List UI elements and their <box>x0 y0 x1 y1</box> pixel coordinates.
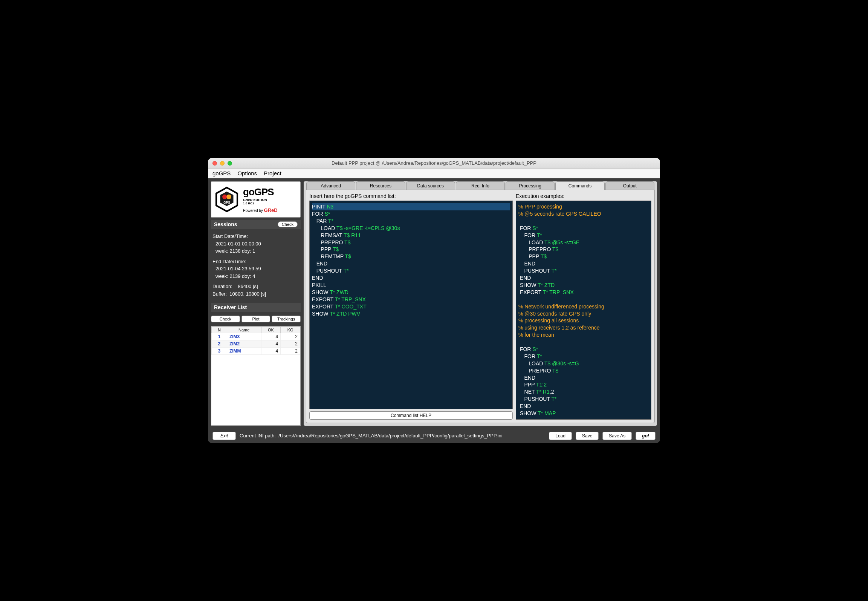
end-date-value: 2021-01-04 23:59:59 <box>212 265 299 273</box>
sessions-header: Sessions Check <box>211 220 301 229</box>
receiver-buttons: Check Plot Trackings <box>211 314 301 324</box>
menu-options[interactable]: Options <box>237 170 257 176</box>
menu-gogps[interactable]: goGPS <box>212 170 231 176</box>
left-sidebar: GPS goGPS GReD EDITION 1.0 RC1 Powered b… <box>211 181 301 426</box>
table-row[interactable]: 1ZIM342 <box>212 333 300 340</box>
close-icon[interactable] <box>212 161 217 166</box>
logo-powered: Powered by GReD <box>243 207 278 213</box>
execution-examples-viewer[interactable]: % PPP processing % @5 seconds rate GPS G… <box>516 201 651 420</box>
tab-output[interactable]: Output <box>605 181 654 190</box>
tab-advanced[interactable]: Advanced <box>306 181 355 190</box>
logo-text: goGPS GReD EDITION 1.0 RC1 Powered by GR… <box>243 186 278 213</box>
tab-resources[interactable]: Resources <box>356 181 405 190</box>
logo-title: goGPS <box>243 186 278 198</box>
maximize-icon[interactable] <box>228 161 232 166</box>
command-list-column: Insert here the goGPS command list: PINI… <box>309 193 513 420</box>
receiver-trackings-button[interactable]: Trackings <box>272 316 301 322</box>
col-ok: OK <box>261 327 281 333</box>
table-row[interactable]: 3ZIMM42 <box>212 348 300 355</box>
sessions-body: Start Date/Time: 2021-01-01 00:00:00 wee… <box>211 231 301 300</box>
app-window: Default PPP project @ /Users/Andrea/Repo… <box>208 158 660 443</box>
col-name: Name <box>227 327 261 333</box>
start-week-value: week: 2138 doy: 1 <box>212 247 299 255</box>
svg-text:GPS: GPS <box>223 201 230 204</box>
logo-version: 1.0 RC1 <box>243 202 278 205</box>
receiver-header: Receiver List <box>211 303 301 312</box>
window-title: Default PPP project @ /Users/Andrea/Repo… <box>208 160 660 166</box>
receiver-check-button[interactable]: Check <box>211 316 240 322</box>
sessions-heading: Sessions <box>214 221 237 227</box>
table-row[interactable]: 2ZIM242 <box>212 340 300 348</box>
start-date-label: Start Date/Time: <box>212 233 299 240</box>
start-date-value: 2021-01-01 00:00:00 <box>212 240 299 248</box>
svg-point-3 <box>226 195 231 199</box>
col-n: N <box>212 327 227 333</box>
logo-subtitle: GReD EDITION <box>243 198 278 202</box>
tab-processing[interactable]: Processing <box>506 181 555 190</box>
footer: Exit Current INI path: /Users/Andrea/Rep… <box>208 429 660 443</box>
insert-command-label: Insert here the goGPS command list: <box>309 193 513 199</box>
command-list-editor[interactable]: PINIT N3FOR S* PAR T* LOAD T$ -s=GRE -t=… <box>309 201 513 409</box>
logo-panel: GPS goGPS GReD EDITION 1.0 RC1 Powered b… <box>211 181 301 218</box>
command-list-help-button[interactable]: Command list HELP <box>309 411 513 420</box>
svg-point-2 <box>222 195 227 199</box>
tabs: AdvancedResourcesData sourcesRec. InfoPr… <box>304 181 657 190</box>
window-controls <box>212 161 232 166</box>
tab-commands[interactable]: Commands <box>555 181 604 190</box>
end-week-value: week: 2139 doy: 4 <box>212 273 299 280</box>
go-button[interactable]: go! <box>636 432 656 440</box>
ini-path: Current INI path: /Users/Andrea/Reposito… <box>240 433 545 438</box>
tab-body-commands: Insert here the goGPS command list: PINI… <box>306 190 655 423</box>
tab-data-sources[interactable]: Data sources <box>406 181 455 190</box>
receiver-table[interactable]: N Name OK KO 1ZIM3422ZIM2423ZIMM42 <box>211 326 301 426</box>
receiver-plot-button[interactable]: Plot <box>241 316 270 322</box>
col-ko: KO <box>281 327 300 333</box>
load-button[interactable]: Load <box>549 432 572 440</box>
logo-icon: GPS <box>214 186 240 213</box>
end-date-label: End Date/Time: <box>212 258 299 265</box>
receiver-heading: Receiver List <box>214 304 247 310</box>
execution-examples-label: Execution examples: <box>516 193 651 199</box>
buffer-row: Buffer: 10800, 10800 [s] <box>212 290 299 298</box>
titlebar: Default PPP project @ /Users/Andrea/Repo… <box>208 158 660 169</box>
minimize-icon[interactable] <box>220 161 225 166</box>
content: GPS goGPS GReD EDITION 1.0 RC1 Powered b… <box>208 178 660 429</box>
menu-project[interactable]: Project <box>264 170 281 176</box>
execution-examples-column: Execution examples: % PPP processing % @… <box>516 193 651 420</box>
duration-row: Duration: 86400 [s] <box>212 283 299 290</box>
menubar: goGPS Options Project <box>208 169 660 178</box>
tab-rec-info[interactable]: Rec. Info <box>456 181 505 190</box>
exit-button[interactable]: Exit <box>212 432 236 440</box>
save-as-button[interactable]: Save As <box>602 432 632 440</box>
save-button[interactable]: Save <box>576 432 599 440</box>
sessions-check-button[interactable]: Check <box>278 221 298 227</box>
right-panel: AdvancedResourcesData sourcesRec. InfoPr… <box>304 181 657 426</box>
